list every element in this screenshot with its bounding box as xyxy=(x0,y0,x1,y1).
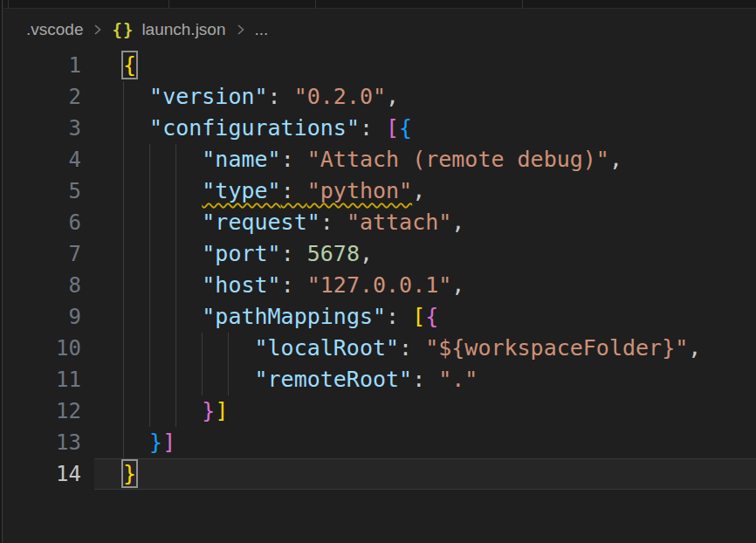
breadcrumb-file[interactable]: launch.json xyxy=(141,20,225,39)
warning-squiggle: "type": "python" xyxy=(202,178,412,203)
code-line[interactable]: 12 }] xyxy=(3,395,756,427)
code-token: { xyxy=(399,115,412,141)
code-line[interactable]: 13 }] xyxy=(3,427,756,458)
code-line[interactable]: 10 "localRoot": "${workspaceFolder}", xyxy=(3,333,756,364)
tab-divider xyxy=(522,0,523,9)
code-token: , xyxy=(360,241,373,266)
code-token: "localRoot" xyxy=(255,335,400,361)
code-token xyxy=(123,430,149,455)
line-number[interactable]: 6 xyxy=(3,207,81,238)
chevron-right-icon xyxy=(234,21,247,38)
code-text: "name": "Attach (remote debug)", xyxy=(123,144,756,175)
code-token: "type" xyxy=(202,178,280,203)
code-token: "configurations" xyxy=(149,115,360,141)
line-number[interactable]: 4 xyxy=(3,144,81,175)
code-lines: 1{2 "version": "0.2.0",3 "configurations… xyxy=(3,50,756,490)
tab-bar[interactable] xyxy=(3,0,756,9)
line-number[interactable]: 13 xyxy=(3,427,81,458)
code-token xyxy=(123,398,202,423)
code-token: } xyxy=(149,430,162,455)
line-number[interactable]: 1 xyxy=(3,50,81,81)
code-text: "localRoot": "${workspaceFolder}", xyxy=(123,333,756,364)
code-text: "version": "0.2.0", xyxy=(123,81,756,113)
code-token: "pathMappings" xyxy=(202,304,386,329)
line-number[interactable]: 12 xyxy=(3,395,81,427)
code-token: , xyxy=(451,210,464,235)
line-number[interactable]: 3 xyxy=(3,113,81,144)
code-token: : xyxy=(268,84,294,109)
line-number[interactable]: 11 xyxy=(3,364,81,395)
code-text: } xyxy=(123,458,756,490)
code-text: "configurations": [{ xyxy=(123,113,756,144)
code-token: : xyxy=(386,304,412,329)
line-number[interactable]: 7 xyxy=(3,238,81,270)
code-line[interactable]: 5 "type": "python", xyxy=(3,175,756,207)
line-number[interactable]: 5 xyxy=(3,175,81,207)
code-line[interactable]: 6 "request": "attach", xyxy=(3,207,756,238)
code-text: "remoteRoot": "." xyxy=(123,364,756,395)
code-token: "." xyxy=(438,367,478,392)
code-token: "remoteRoot" xyxy=(255,367,413,392)
code-token: "attach" xyxy=(347,210,451,235)
code-text: "port": 5678, xyxy=(123,238,756,270)
code-text: }] xyxy=(123,395,756,427)
code-text: "request": "attach", xyxy=(123,207,756,238)
code-token: , xyxy=(451,272,464,298)
code-token: "host" xyxy=(202,272,280,298)
editor[interactable]: 1{2 "version": "0.2.0",3 "configurations… xyxy=(3,50,756,490)
line-number[interactable]: 9 xyxy=(3,301,81,333)
code-line[interactable]: 1{ xyxy=(3,50,756,81)
code-token xyxy=(123,115,149,141)
code-line[interactable]: 14} xyxy=(3,458,756,490)
line-number[interactable]: 14 xyxy=(3,458,81,490)
code-token xyxy=(123,367,255,392)
code-token: : xyxy=(320,210,347,235)
code-token: , xyxy=(609,147,622,172)
code-line[interactable]: 3 "configurations": [{ xyxy=(3,113,756,144)
line-number[interactable]: 2 xyxy=(3,81,81,113)
code-token xyxy=(123,335,255,361)
line-number[interactable]: 8 xyxy=(3,270,81,301)
code-line[interactable]: 4 "name": "Attach (remote debug)", xyxy=(3,144,756,175)
code-line[interactable]: 9 "pathMappings": [{ xyxy=(3,301,756,333)
code-token: "0.2.0" xyxy=(294,84,386,109)
matched-bracket: { xyxy=(123,52,136,78)
code-token: : xyxy=(281,241,307,266)
code-token: ] xyxy=(215,398,228,423)
code-token: "Attach (remote debug)" xyxy=(307,147,609,172)
code-token: : xyxy=(412,367,438,392)
code-token: , xyxy=(386,84,399,109)
code-token: ] xyxy=(162,430,175,455)
code-token: "request" xyxy=(202,210,320,235)
code-line[interactable]: 7 "port": 5678, xyxy=(3,238,756,270)
code-token: [ xyxy=(412,304,425,329)
code-token xyxy=(123,178,202,203)
code-line[interactable]: 8 "host": "127.0.0.1", xyxy=(3,270,756,301)
code-line[interactable]: 11 "remoteRoot": "." xyxy=(3,364,756,395)
chevron-right-icon xyxy=(91,21,104,38)
code-token: } xyxy=(202,398,215,423)
breadcrumb-symbol[interactable]: ... xyxy=(255,20,269,39)
matched-bracket: } xyxy=(123,461,136,486)
code-token xyxy=(123,241,202,266)
code-token: [ xyxy=(386,115,399,141)
code-token: "python" xyxy=(307,178,412,203)
json-braces-icon: {} xyxy=(112,20,134,39)
code-token xyxy=(123,84,149,109)
code-line[interactable]: 2 "version": "0.2.0", xyxy=(3,81,756,113)
code-token: { xyxy=(425,304,438,329)
code-token: "${workspaceFolder}" xyxy=(425,335,688,361)
code-token: : xyxy=(281,147,307,172)
code-token: 5678 xyxy=(307,241,360,266)
code-text: "type": "python", xyxy=(123,175,756,207)
code-token: "port" xyxy=(202,241,280,266)
tab-divider xyxy=(315,0,316,9)
code-text: "pathMappings": [{ xyxy=(123,301,756,333)
code-token: "name" xyxy=(202,147,280,172)
breadcrumb-folder[interactable]: .vscode xyxy=(26,20,83,39)
code-token xyxy=(123,272,202,298)
code-text: { xyxy=(123,50,756,81)
code-token: : xyxy=(399,335,425,361)
line-number[interactable]: 10 xyxy=(3,333,81,364)
code-token: : xyxy=(360,115,386,141)
